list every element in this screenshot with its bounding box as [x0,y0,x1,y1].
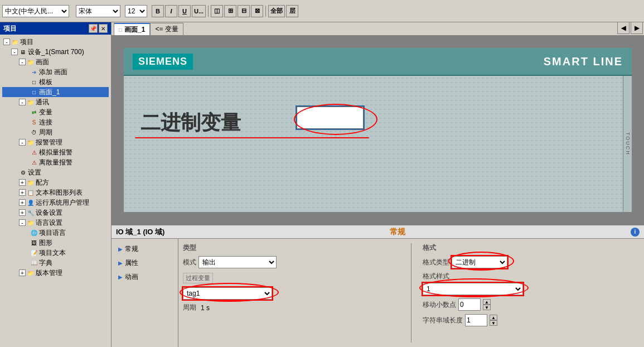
tab-screen1[interactable]: □ 画面_1 [114,23,150,35]
project-tree: - 📁 项目 - 🖥 设备_1(Smart 700) - 📁 画面 ➜ 添加 画… [0,35,111,347]
screen1-icon: □ [30,88,38,96]
projlang-icon: 🌐 [30,229,38,237]
italic-button[interactable]: I [165,5,177,17]
tree-item-add-screen[interactable]: ➜ 添加 画面 [2,67,109,77]
bold-button[interactable]: B [152,5,164,17]
left-panel: 项目 📌 ✕ - 📁 项目 - 🖥 设备_1(Smart 700) - � [0,22,112,347]
tree-item-devicesettings[interactable]: + 🔧 设备设置 [2,208,109,218]
tree-item-screens[interactable]: - 📁 画面 [2,57,109,67]
tree-item-dict[interactable]: 📖 字典 [2,258,109,268]
expander-devicesettings[interactable]: + [19,209,26,216]
size-select[interactable]: 12 [125,5,147,17]
expander-usermgmt[interactable]: + [19,199,26,206]
tree-item-period[interactable]: ⏱ 周期 [2,127,109,137]
analog-alarm-icon: ⚠ [30,148,38,156]
tree-item-projlang[interactable]: 🌐 项目语言 [2,228,109,238]
tree-item-version[interactable]: + 📁 版本管理 [2,268,109,278]
settings-icon: ⚙ [19,168,27,176]
expander-version[interactable]: + [19,269,26,276]
type-section-title: 类型 [183,243,400,253]
string-length-up[interactable]: ▲ [490,315,497,320]
left-panel-header: 项目 📌 ✕ [0,22,111,35]
tag-select[interactable]: tag1 [183,287,272,300]
format-type-select[interactable]: 二进制 [452,256,507,268]
tree-item-template[interactable]: □ 模板 [2,77,109,87]
tab-bar: □ 画面_1 <= 变量 ◀ ▶ [112,22,644,36]
all-button[interactable]: 全部 [268,5,285,17]
mode-select-wrapper: 输出 [198,256,277,268]
mode-label: 模式 [183,258,196,267]
tree-item-graphics[interactable]: 🖼 图形 [2,238,109,248]
format-style-label: 格式样式 [423,272,640,281]
format-style-select-container: 1 [423,283,523,295]
tree-item-discrete-alarm[interactable]: ⚠ 离散量报警 [2,157,109,167]
tree-item-project[interactable]: - 📁 项目 [2,37,109,47]
font-select[interactable]: 宋体 [76,5,120,17]
main-layout: 项目 📌 ✕ - 📁 项目 - 🖥 设备_1(Smart 700) - � [0,22,644,347]
nav-item-animation[interactable]: ▶ 动画 [116,271,173,283]
string-length-input[interactable] [465,314,487,326]
add-screen-icon: ➜ [30,68,38,76]
period-icon: ⏱ [30,128,38,136]
bottom-left-nav: ▶ 常规 ▶ 属性 ▶ 动画 [112,239,178,347]
expander-screens[interactable]: - [19,59,26,65]
string-length-row: 字符串域长度 document.querySelector('[data-nam… [423,314,640,326]
nav-item-general[interactable]: ▶ 常规 [116,243,173,255]
recipe-icon: 📁 [27,179,35,186]
comm-icon: 📁 [27,98,35,106]
tree-item-projtext[interactable]: 📝 项目文本 [2,248,109,258]
tree-item-device[interactable]: - 🖥 设备_1(Smart 700) [2,47,109,57]
tree-item-usermgmt[interactable]: + 👤 运行系统用户管理 [2,197,109,208]
align-top-button[interactable]: ⊠ [251,5,263,17]
tab-prev-button[interactable]: ◀ [617,22,630,34]
bottom-panel-header: IO 域_1 (IO 域) 常规 i [112,225,644,239]
toolbar: 中文(中华人民... 宋体 12 B I U U... ◫ ⊞ ⊟ ⊠ 全部 层 [0,0,644,22]
string-length-label: 字符串域长度 [423,316,463,325]
pin-icon[interactable]: 📌 [89,24,98,33]
align-left-button[interactable]: ◫ [211,5,223,17]
expander-device[interactable]: - [11,49,18,55]
decimal-down[interactable]: ▼ [483,305,491,310]
nav-item-properties[interactable]: ▶ 属性 [116,257,173,269]
format-style-select[interactable]: 1 [423,283,523,295]
font-options-button[interactable]: U... [192,5,206,17]
tab-next-button[interactable]: ▶ [631,22,643,34]
align-right-button[interactable]: ⊟ [238,5,250,17]
align-center-button[interactable]: ⊞ [224,5,236,17]
tree-item-alarm[interactable]: - 📁 报警管理 [2,137,109,147]
mode-select[interactable]: 输出 [198,256,277,268]
period-label: 周期 [183,303,196,312]
decimal-input[interactable] [458,298,481,311]
tree-item-analog-alarm[interactable]: ⚠ 模拟量报警 [2,147,109,157]
binary-label: 二进制变量 [141,109,241,137]
bottom-form: 类型 模式 输出 过程变量 [178,239,644,347]
expander-lang[interactable]: - [19,219,26,226]
header-icons: 📌 ✕ [89,24,108,33]
layers-button[interactable]: 层 [286,5,298,17]
tree-item-comm[interactable]: - 📁 通讯 [2,97,109,107]
decimal-up[interactable]: ▲ [483,299,491,305]
tree-item-textlist[interactable]: + 📋 文本和图形列表 [2,187,109,197]
tree-item-vars[interactable]: ⇄ 变量 [2,107,109,117]
language-select[interactable]: 中文(中华人民... [2,5,69,17]
tree-item-recipe[interactable]: + 📁 配方 [2,177,109,187]
hmi-body[interactable]: 二进制变量 TOUCH [124,76,632,212]
expander-comm[interactable]: - [19,99,26,105]
string-length-down[interactable]: ▼ [490,320,497,326]
underline-button[interactable]: U [178,5,191,17]
io-widget[interactable] [297,107,364,129]
close-icon[interactable]: ✕ [99,24,108,33]
dict-icon: 📖 [30,259,38,267]
tree-item-lang[interactable]: - 📁 语言设置 [2,218,109,228]
tree-item-screen1[interactable]: □ 画面_1 [2,87,109,97]
tab-variables[interactable]: <= 变量 [150,23,183,35]
expander-textlist[interactable]: + [19,189,26,196]
lang-icon: 📁 [27,219,35,226]
expander-alarm[interactable]: - [19,139,26,146]
tree-item-conn[interactable]: S 连接 [2,117,109,127]
expander-recipe[interactable]: + [19,179,26,186]
format-type-row: 格式类型 二进制 [423,256,640,268]
string-length-spinner: ▲ ▼ [490,315,497,326]
expander-project[interactable]: - [3,38,10,45]
tree-item-settings[interactable]: ⚙ 设置 [2,167,109,177]
